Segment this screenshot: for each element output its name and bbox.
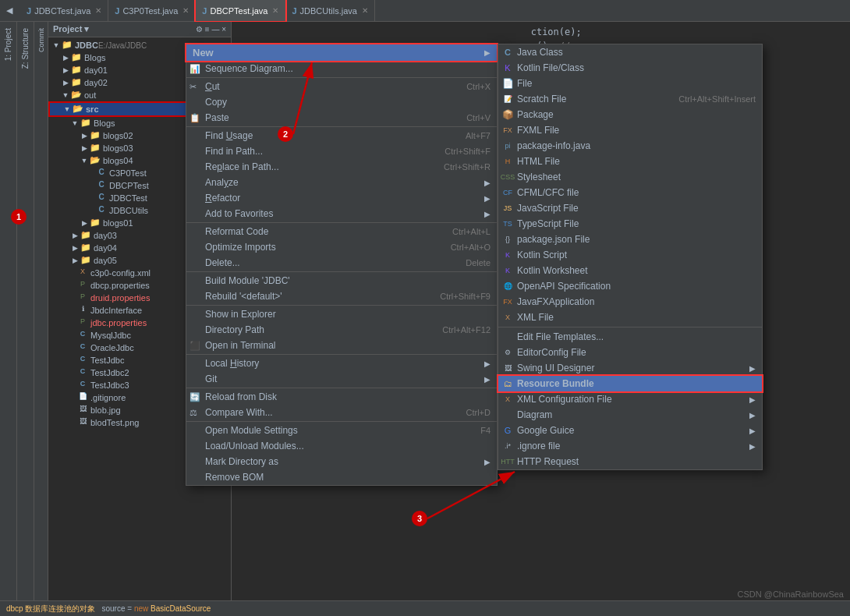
submenu-item-kotlinworksheet[interactable]: K Kotlin Worksheet — [498, 263, 762, 278]
submenu-item-xmlfile[interactable]: X XML File — [498, 310, 762, 325]
tree-header: Project ▾ ⚙ ≡ — × — [48, 22, 231, 37]
submenu-xmlconfig-arrow: ▶ — [749, 395, 756, 404]
menu-item-delete[interactable]: Delete... Delete — [186, 255, 497, 271]
menu-item-paste[interactable]: 📋 Paste Ctrl+V — [186, 110, 497, 126]
menu-localhistory-arrow: ▶ — [484, 359, 491, 368]
menu-item-addtofavorites[interactable]: Add to Favorites ▶ — [186, 206, 497, 221]
tree-testjdbc-label: TestJdbc — [90, 356, 124, 365]
left-panels: 1: Project Z: Structure Commit — [0, 22, 48, 616]
menu-item-analyze[interactable]: Analyze ▶ — [186, 175, 497, 190]
submenu-item-html[interactable]: H HTML File — [498, 154, 762, 169]
menu-item-refactor[interactable]: Refactor ▶ — [186, 190, 497, 206]
submenu-tsfile-label: TypeScript File — [517, 218, 756, 229]
css-icon: CSS — [501, 172, 514, 182]
submenu-item-stylesheet[interactable]: CSS Stylesheet — [498, 169, 762, 185]
submenu-item-diagram[interactable]: Diagram ▶ — [498, 407, 762, 423]
submenu-file-label: File — [517, 78, 756, 89]
menu-item-reloadfromdisk[interactable]: 🔄 Reload from Disk — [186, 389, 497, 405]
kotlin-worksheet-icon: K — [501, 265, 514, 276]
menu-item-seqdiagram[interactable]: 📊 Sequence Diagram... — [186, 61, 497, 76]
submenu-item-kotlin[interactable]: K Kotlin File/Class — [498, 60, 762, 76]
menu-item-openmodulesettings[interactable]: Open Module Settings F4 — [186, 423, 497, 438]
submenu-item-kotlinscript[interactable]: K Kotlin Script — [498, 247, 762, 263]
menu-item-cut[interactable]: ✂ Cut Ctrl+X — [186, 79, 497, 94]
submenu-item-javaclass[interactable]: C Java Class — [498, 44, 762, 60]
menu-refactor-label: Refactor — [205, 193, 481, 204]
tab-jdbcutils[interactable]: J JDBCUtils.java ✕ — [285, 0, 374, 21]
menu-item-rebuild[interactable]: Rebuild '<default>' Ctrl+Shift+F9 — [186, 289, 497, 304]
menu-item-findusage[interactable]: Find Usage Alt+F7 — [186, 128, 497, 143]
menu-item-comparewith[interactable]: ⚖ Compare With... Ctrl+D — [186, 405, 497, 420]
side-label-structure[interactable]: Z: Structure — [19, 25, 31, 72]
menu-optimizeimports-label: Optimize Imports — [205, 242, 438, 253]
submenu-item-javafx[interactable]: FX JavaFXApplication — [498, 294, 762, 310]
resource-bundle-icon: 🗂 — [501, 378, 514, 389]
menu-item-openinterminal[interactable]: ⬛ Open in Terminal — [186, 338, 497, 353]
tab-jdbctest[interactable]: J JDBCTest.java ✕ — [20, 0, 108, 21]
tab-c3p0test[interactable]: J C3P0Test.java ✕ — [108, 0, 196, 21]
submenu-item-scratchfile[interactable]: 📝 Scratch File Ctrl+Alt+Shift+Insert — [498, 91, 762, 107]
tree-dbcp-label: dbcp.properties — [90, 281, 150, 290]
seq-diagram-icon: 📊 — [189, 64, 200, 74]
submenu-item-resourcebundle[interactable]: 🗂 Resource Bundle — [498, 376, 762, 391]
submenu-kotlinscript-label: Kotlin Script — [517, 250, 756, 260]
submenu-item-fxml[interactable]: FX FXML File — [498, 122, 762, 138]
submenu-item-packageinfo[interactable]: pi package-info.java — [498, 138, 762, 154]
submenu-item-swinguidesigner[interactable]: 🖼 Swing UI Designer ▶ — [498, 360, 762, 376]
submenu-item-jsfile[interactable]: JS JavaScript File — [498, 200, 762, 216]
menu-item-buildmodule[interactable]: Build Module 'JDBC' — [186, 273, 497, 289]
annotation-circle-3: 3 — [412, 511, 427, 526]
context-menu: New ▶ 📊 Sequence Diagram... ✂ Cut Ctrl+X… — [186, 44, 498, 486]
submenu-diagram-arrow: ▶ — [749, 411, 756, 420]
tab-c3p0test-close[interactable]: ✕ — [182, 6, 189, 15]
menu-item-new[interactable]: New ▶ — [186, 44, 497, 61]
submenu-item-openapi[interactable]: 🌐 OpenAPI Specification — [498, 278, 762, 294]
menu-item-git[interactable]: Git ▶ — [186, 371, 497, 387]
submenu-item-googleguice[interactable]: G Google Guice ▶ — [498, 423, 762, 438]
html-icon: H — [501, 156, 514, 167]
tree-header-label: Project ▾ — [53, 24, 89, 34]
submenu-item-editfiletemplates[interactable]: Edit File Templates... — [498, 329, 762, 345]
submenu-item-tsfile[interactable]: TS TypeScript File — [498, 216, 762, 232]
side-label-project[interactable]: 1: Project — [2, 25, 14, 64]
submenu-cfml-label: CFML/CFC file — [517, 187, 756, 198]
tree-jdbcprops-label: jdbc.properties — [90, 318, 147, 327]
submenu-item-packagejson[interactable]: {} package.json File — [498, 232, 762, 247]
fxml-icon: FX — [501, 125, 514, 136]
submenu-item-editorconfig[interactable]: ⚙ EditorConfig File — [498, 345, 762, 360]
menu-item-localhistory[interactable]: Local History ▶ — [186, 356, 497, 371]
submenu-xmlfile-label: XML File — [517, 312, 756, 323]
submenu-item-package[interactable]: 📦 Package — [498, 107, 762, 122]
side-label-commit[interactable]: Commit — [36, 25, 47, 55]
submenu-item-ignorefile[interactable]: .i* .ignore file ▶ — [498, 438, 762, 454]
menu-item-optimizeimports[interactable]: Optimize Imports Ctrl+Alt+O — [186, 239, 497, 255]
submenu-item-xmlconfigfile[interactable]: X XML Configuration File ▶ — [498, 391, 762, 407]
menu-item-loadunloadmodules[interactable]: Load/Unload Modules... — [186, 438, 497, 454]
menu-item-findinpath[interactable]: Find in Path... Ctrl+Shift+F — [186, 143, 497, 159]
submenu-scratchfile-shortcut: Ctrl+Alt+Shift+Insert — [678, 94, 756, 104]
tree-testjdbc2-label: TestJdbc2 — [90, 368, 129, 377]
tab-jdbcutils-close[interactable]: ✕ — [362, 6, 368, 15]
menu-item-markdirectoryas[interactable]: Mark Directory as ▶ — [186, 454, 497, 469]
project-dropdown[interactable]: ◀ — [3, 4, 16, 17]
tab-dbcptest-close[interactable]: ✕ — [272, 6, 278, 15]
menu-item-showinexplorer[interactable]: Show in Explorer — [186, 306, 497, 322]
circle-3-label: 3 — [417, 514, 422, 523]
menu-item-directorypath[interactable]: Directory Path Ctrl+Alt+F12 — [186, 322, 497, 338]
submenu-fxml-label: FXML File — [517, 125, 756, 136]
submenu-divider-1 — [498, 327, 762, 327]
submenu-item-httprequest[interactable]: HTT HTTP Request — [498, 454, 762, 469]
terminal-icon: ⬛ — [189, 341, 200, 351]
submenu-item-cfml[interactable]: CF CFML/CFC file — [498, 185, 762, 200]
tab-jdbctest-close[interactable]: ✕ — [95, 6, 101, 15]
tree-blogs04-label: blogs04 — [103, 156, 133, 165]
menu-item-copy[interactable]: Copy — [186, 94, 497, 110]
submenu-item-file[interactable]: 📄 File — [498, 76, 762, 91]
menu-item-replaceinpath[interactable]: Replace in Path... Ctrl+Shift+R — [186, 159, 497, 175]
kotlin-script-icon: K — [501, 250, 514, 260]
tab-dbcptest[interactable]: J DBCPTest.java ✕ — [196, 0, 285, 21]
menu-openmodulesettings-shortcut: F4 — [480, 426, 491, 435]
menu-item-reformatcode[interactable]: Reformat Code Ctrl+Alt+L — [186, 224, 497, 239]
code-line-1: ction(e); — [238, 25, 844, 39]
menu-item-removebom[interactable]: Remove BOM — [186, 469, 497, 485]
